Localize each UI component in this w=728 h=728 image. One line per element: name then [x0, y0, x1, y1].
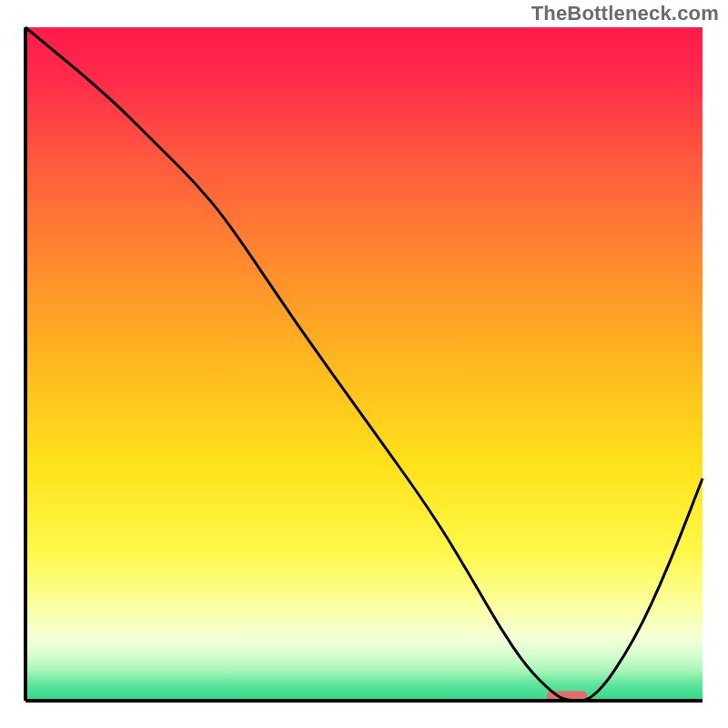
plot-background — [25, 27, 703, 701]
bottleneck-chart — [0, 0, 728, 728]
chart-container: TheBottleneck.com — [0, 0, 728, 728]
watermark-text: TheBottleneck.com — [531, 2, 719, 25]
plot-area — [25, 27, 703, 701]
